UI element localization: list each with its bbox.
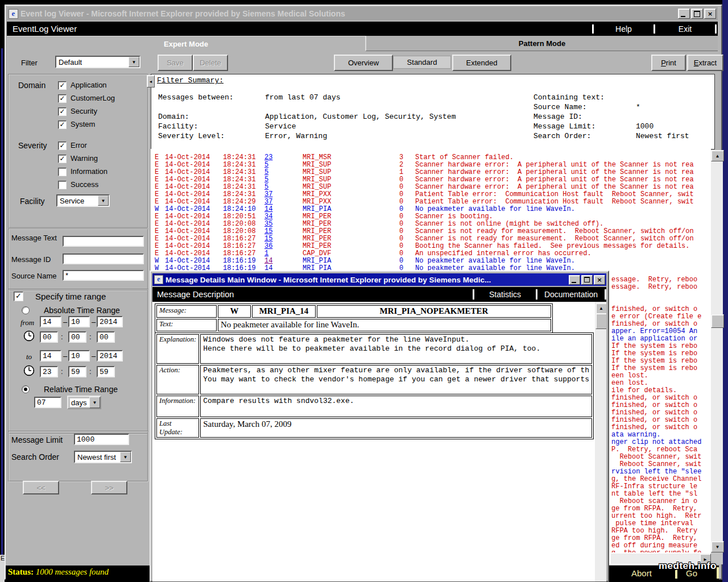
from-second-input[interactable] (97, 331, 115, 343)
main-title-bar[interactable]: e Event log Viewer - Microsoft Internet … (7, 7, 718, 20)
log-id-link[interactable]: 37 (264, 190, 272, 198)
relative-unit-select[interactable]: days ▼ (67, 396, 101, 409)
to-second-input[interactable] (97, 366, 115, 377)
delete-button[interactable]: Delete (193, 55, 228, 71)
standard-button[interactable]: Standard (393, 56, 451, 69)
to-day-input[interactable] (40, 350, 61, 361)
exit-menu-item[interactable]: Exit (655, 24, 715, 34)
message-id-input[interactable] (63, 253, 144, 264)
from-day-input[interactable] (40, 316, 61, 327)
message-text-input[interactable] (63, 236, 144, 247)
search-order-label: Search Order (11, 452, 59, 462)
log-id-link[interactable]: 36 (264, 242, 272, 250)
severity-checkbox-error[interactable]: ✓ (58, 142, 67, 150)
absolute-time-range-radio[interactable] (22, 306, 30, 314)
overview-button[interactable]: Overview (334, 55, 393, 71)
log-vertical-scrollbar[interactable]: ▲ ▼ (711, 150, 723, 552)
minimize-button[interactable] (569, 275, 580, 285)
chevron-down-icon[interactable]: ▼ (129, 57, 139, 67)
to-month-input[interactable] (68, 350, 90, 361)
log-id-link[interactable]: 15 (264, 235, 272, 243)
close-button[interactable]: × (704, 9, 716, 19)
page-previous-button[interactable]: << (23, 481, 59, 494)
extended-button[interactable]: Extended (452, 55, 511, 71)
log-row[interactable]: W14-Oct-201418:24:1014MRI_PIA0No peakmet… (151, 205, 711, 213)
chevron-down-icon[interactable]: ▼ (89, 397, 100, 408)
log-row[interactable]: E14-Oct-201418:16:2715MRI_PER0Scanner is… (151, 235, 711, 242)
log-row[interactable]: E14-Oct-201418:24:315MRI_SUP2Scanner har… (151, 161, 711, 168)
log-id-link[interactable]: 15 (264, 227, 272, 235)
log-id-link[interactable]: 14 (264, 205, 272, 213)
from-minute-input[interactable] (68, 331, 86, 343)
log-id-link[interactable]: 34 (264, 213, 272, 221)
to-year-input[interactable] (97, 350, 123, 361)
scrollbar-thumb[interactable] (711, 314, 724, 328)
tab-pattern-mode[interactable]: Pattern Mode (365, 36, 718, 51)
page-next-button[interactable]: >> (91, 481, 127, 494)
log-id-link[interactable]: 5 (264, 176, 268, 184)
maximize-button[interactable] (691, 9, 703, 19)
log-id-link[interactable]: 37 (264, 198, 272, 206)
domain-checkbox-system[interactable]: ✓ (58, 120, 67, 129)
message-limit-input[interactable] (74, 434, 129, 445)
log-id-link[interactable]: 35 (264, 220, 272, 228)
log-row[interactable]: E14-Oct-201418:24:315MRI_SUP0Scanner har… (151, 183, 711, 190)
domain-checkbox-application[interactable]: ✓ (58, 81, 67, 90)
to-minute-input[interactable] (68, 366, 86, 377)
specify-time-range-checkbox[interactable]: ✓ (14, 292, 23, 301)
domain-checkbox-security[interactable]: ✓ (58, 107, 67, 116)
help-menu-item[interactable]: Help (594, 24, 653, 34)
relative-value-input[interactable] (34, 397, 61, 408)
log-row[interactable]: E14-Oct-201418:20:0835MRI_PER0Scanner is… (151, 220, 711, 227)
modal-vertical-scrollbar[interactable]: ▲ (595, 302, 606, 581)
log-row[interactable]: E14-Oct-201418:24:2937MRI_PXX0Patient Ta… (151, 198, 711, 205)
chevron-down-icon[interactable]: ▼ (98, 196, 109, 206)
minimize-button[interactable] (678, 9, 690, 19)
log-id-link[interactable]: 5 (264, 168, 268, 176)
documentation-menu-item[interactable]: Documentation (537, 290, 605, 299)
log-id-link[interactable]: 5 (264, 161, 268, 169)
severity-checkbox-success[interactable] (58, 181, 67, 189)
statistics-menu-item[interactable]: Statistics (474, 290, 536, 299)
filter-select[interactable]: Default ▼ (55, 56, 140, 68)
maximize-button[interactable] (581, 275, 593, 285)
scroll-left-icon[interactable]: ◄ (147, 75, 155, 88)
log-id-link[interactable]: 1 (264, 250, 268, 257)
relative-time-range-radio[interactable] (22, 385, 30, 393)
source-name-input[interactable] (63, 270, 144, 281)
chevron-down-icon[interactable]: ▼ (120, 452, 131, 462)
close-button[interactable]: × (594, 275, 605, 285)
log-row[interactable]: E14-Oct-201418:16:271CAP_DVF0An unspecif… (151, 250, 711, 257)
scroll-up-icon[interactable]: ▲ (595, 303, 606, 314)
log-id-link[interactable]: 14 (264, 257, 272, 265)
log-id-link[interactable]: 23 (264, 153, 272, 161)
log-row[interactable]: E14-Oct-201418:20:5134MRI_PER0Scanner is… (151, 213, 711, 220)
from-hour-input[interactable] (40, 331, 58, 343)
severity-checkbox-warning[interactable]: ✓ (58, 155, 67, 163)
scroll-down-icon[interactable]: ▼ (711, 541, 724, 552)
log-message: Scanner is not ready for measurement. Re… (415, 227, 694, 235)
log-source: MRI_MSR (303, 153, 331, 161)
from-month-input[interactable] (68, 316, 90, 327)
log-id-link[interactable]: 5 (264, 183, 268, 191)
print-button[interactable]: Print (651, 55, 686, 71)
domain-checkbox-customerlog[interactable]: ✓ (58, 94, 67, 103)
severity-checkbox-information[interactable] (58, 168, 67, 176)
log-row[interactable]: E14-Oct-201418:16:2736MRI_PER0Booting th… (151, 242, 711, 250)
tab-expert-mode[interactable]: Expert Mode (7, 36, 365, 52)
to-hour-input[interactable] (40, 366, 58, 377)
scrollbar-thumb[interactable] (595, 313, 606, 329)
log-row[interactable]: E14-Oct-201418:24:3137MRI_PXX0Patient Ta… (151, 190, 711, 198)
save-button[interactable]: Save (158, 55, 193, 71)
log-row[interactable]: E14-Oct-201418:24:3123MRI_MSR3Start of S… (151, 153, 711, 161)
modal-title-bar[interactable]: e Message Details Main Window - Microsof… (152, 273, 606, 286)
from-year-input[interactable] (97, 316, 123, 327)
log-row[interactable]: E14-Oct-201418:24:315MRI_SUP0Scanner har… (151, 176, 711, 183)
log-row[interactable]: E14-Oct-201418:20:0815MRI_PER0Scanner is… (151, 227, 711, 235)
extract-button[interactable]: Extract (687, 55, 723, 71)
search-order-select[interactable]: Newest first ▼ (74, 451, 132, 463)
abort-button[interactable]: Abort (631, 568, 652, 578)
facility-select[interactable]: Service ▼ (56, 194, 110, 207)
scroll-up-icon[interactable]: ▲ (711, 150, 724, 161)
log-row[interactable]: E14-Oct-201418:24:315MRI_SUP1Scanner har… (151, 168, 711, 176)
